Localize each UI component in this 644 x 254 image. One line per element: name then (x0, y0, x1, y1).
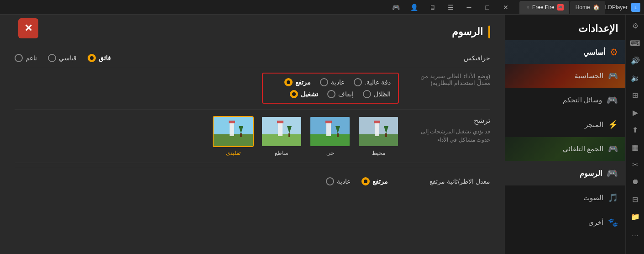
filter-vivid-label: حي (326, 150, 334, 156)
filter-surface-item[interactable]: ساطع (261, 116, 302, 156)
gamepad-icon[interactable]: 🎮 (390, 1, 403, 14)
graphics-smooth-label: ناعم (26, 54, 37, 62)
sound-icon: 🎵 (608, 193, 618, 203)
svg-rect-15 (288, 133, 290, 137)
perf-normal-radio[interactable] (320, 78, 328, 86)
graphics-ultra-radio[interactable] (88, 54, 96, 62)
sidebar-item-sound-label: الصوت (583, 194, 603, 202)
sidebar-item-basic[interactable]: ⚙ أساسي (505, 40, 625, 64)
sidebar-item-graphics[interactable]: 🎮 الرسوم (505, 161, 625, 185)
fps-high-label: مرتفع (372, 178, 388, 185)
perf-shadows-radio[interactable] (363, 90, 371, 98)
user-icon[interactable]: 👤 (408, 1, 421, 14)
sidebar-item-auto[interactable]: 🎮 الجمع التلقائي (505, 137, 625, 161)
sidebar-upload-icon[interactable]: ⬆ (628, 122, 643, 137)
filter-sublabel-text1: قد يؤدي تشغيل المرشحات إلى (421, 128, 490, 135)
maximize-btn[interactable]: □ (481, 1, 494, 14)
sidebar-item-basic-label: أساسي (583, 48, 605, 57)
filter-classic-img[interactable] (213, 116, 254, 147)
svg-rect-5 (230, 122, 234, 136)
sidebar-grid-icon[interactable]: ▦ (628, 140, 643, 154)
sidebar-item-controls-label: وسائل التحكم (563, 96, 602, 104)
filter-label-col: ترشح قد يؤدي تشغيل المرشحات إلى حدوث مشا… (399, 116, 490, 144)
window-close-btn[interactable]: ✕ (499, 1, 512, 14)
filter-env-item[interactable]: محيط (358, 116, 399, 156)
perf-high-option[interactable]: مرتفع (284, 78, 311, 86)
perf-highdef-radio[interactable] (354, 78, 362, 86)
graphics-icon: 🎮 (607, 168, 618, 179)
fps-options: عادية مرتفع (326, 177, 388, 185)
monitor-icon[interactable]: 🖥 (426, 1, 439, 14)
graphics-smooth-radio[interactable] (15, 54, 23, 62)
free-fire-tab-label: Free Fire (532, 4, 555, 11)
perf-row-1: دفة عالية. عادية مرتفع (270, 78, 391, 86)
graphics-options: ناعم قياسي فائق (15, 54, 399, 62)
graphics-smooth-option[interactable]: ناعم (15, 54, 37, 62)
fps-normal-label: عادية (337, 178, 351, 185)
filter-classic-item[interactable]: تقليدي (213, 116, 254, 156)
filter-surface-label: ساطع (275, 150, 288, 156)
sensitivity-icon: 🎮 (608, 71, 618, 81)
fps-normal-option[interactable]: عادية (326, 177, 351, 185)
sidebar-keyboard-icon[interactable]: ⌨ (628, 36, 643, 50)
perf-enable-option[interactable]: تشغيل (290, 90, 318, 98)
sidebar-item-other-label: أخرى (588, 218, 603, 227)
sidebar-play-icon[interactable]: ▶ (628, 105, 643, 120)
right-sidebar: ⚙ ⌨ 🔊 🔉 ⊞ ▶ ⬆ ▦ ✂ ⏺ ⊟ 📁 … (626, 15, 644, 254)
fps-high-option[interactable]: مرتفع (361, 177, 388, 185)
sidebar-item-other[interactable]: 🐾 أخرى (505, 210, 625, 235)
basic-icon: ⚙ (610, 47, 618, 58)
svg-text:L: L (634, 5, 637, 10)
graphics-standard-option[interactable]: قياسي (48, 54, 77, 62)
fps-high-radio[interactable] (361, 177, 370, 185)
tab-free-fire[interactable]: 🎮 Free Fire × (519, 1, 569, 14)
svg-rect-25 (359, 134, 399, 147)
svg-rect-19 (326, 122, 331, 136)
sidebar-item-graphics-label: الرسوم (580, 169, 602, 178)
settings-title: الإعدادات (505, 15, 625, 40)
sidebar-folder-icon[interactable]: 📁 (628, 209, 643, 224)
sidebar-volume-down-icon[interactable]: 🔉 (628, 70, 643, 85)
sidebar-item-controls[interactable]: 🎮 وسائل التحكم (505, 88, 625, 112)
perf-shadows-option[interactable]: الظلال (363, 90, 391, 98)
titlebar-controls: 🎮 👤 🖥 ☰ ─ □ ✕ (390, 1, 512, 14)
graphics-label: جرافيكس (399, 54, 490, 62)
perf-stop-option[interactable]: إيقاف (327, 90, 354, 98)
game-close-button[interactable]: ✕ (18, 18, 38, 38)
filter-vivid-img[interactable] (309, 116, 351, 147)
perf-note-2: معدل استخدام البطارية) (399, 79, 490, 86)
graphics-standard-radio[interactable] (48, 54, 56, 62)
filter-vivid-item[interactable]: حي (309, 116, 351, 156)
main-container: الإعدادات ⚙ أساسي 🎮 الحساسية 🎮 وسائل الت… (0, 15, 626, 254)
sidebar-item-sensitivity[interactable]: 🎮 الحساسية (505, 64, 625, 88)
filter-env-img[interactable] (358, 116, 399, 147)
perf-highdef-option[interactable]: دفة عالية. (354, 78, 391, 86)
perf-stop-radio[interactable] (327, 90, 335, 98)
sidebar-item-sensitivity-label: الحساسية (575, 72, 603, 80)
sidebar-volume-up-icon[interactable]: 🔊 (628, 53, 643, 68)
free-fire-tab-icon: 🎮 (557, 4, 564, 11)
svg-rect-4 (214, 134, 254, 147)
tab-close-btn[interactable]: × (527, 5, 529, 10)
perf-normal-option[interactable]: عادية (320, 78, 345, 86)
filter-surface-img[interactable] (261, 116, 302, 147)
app-name-label: LDPlayer (605, 4, 628, 11)
perf-enable-radio[interactable] (290, 90, 298, 98)
sidebar-more-icon[interactable]: … (628, 227, 643, 241)
tab-home[interactable]: 🏠 Home (570, 1, 605, 14)
sidebar-item-store[interactable]: ⚡ المتجر (505, 112, 625, 137)
graphics-ultra-option[interactable]: فائق (88, 54, 111, 62)
svg-rect-11 (262, 134, 302, 147)
perf-high-radio[interactable] (284, 78, 293, 86)
sidebar-settings-icon[interactable]: ⚙ (628, 18, 643, 33)
sidebar-record-icon[interactable]: ⏺ (628, 175, 643, 189)
fps-normal-radio[interactable] (326, 177, 334, 185)
sidebar-item-sound[interactable]: 🎵 الصوت (505, 185, 625, 210)
sidebar-scissors-icon[interactable]: ✂ (628, 157, 643, 172)
svg-rect-6 (229, 121, 235, 123)
sidebar-screen-icon[interactable]: ⊞ (628, 88, 643, 102)
menu-icon[interactable]: ☰ (445, 1, 457, 14)
app-logo: L (631, 3, 640, 12)
sidebar-copy-icon[interactable]: ⊟ (628, 192, 643, 206)
minimize-btn[interactable]: ─ (463, 1, 476, 14)
